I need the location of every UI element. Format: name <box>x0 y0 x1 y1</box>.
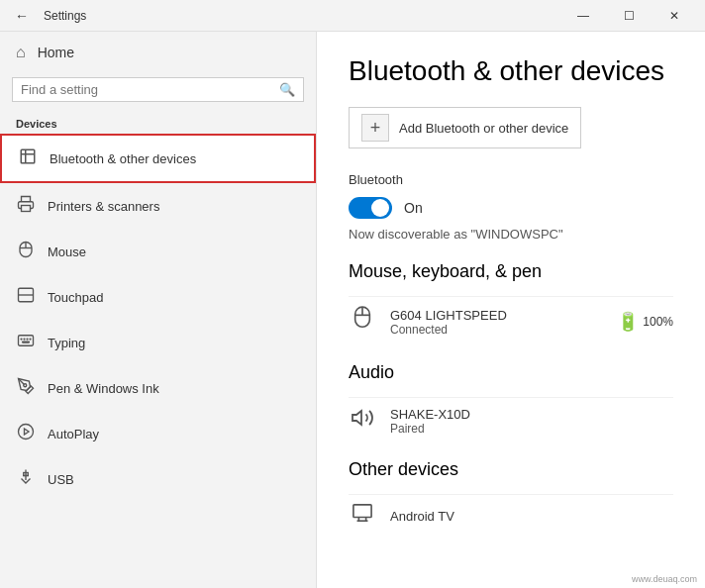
audio-device-name: SHAKE-X10D <box>390 407 673 422</box>
discoverable-text: Now discoverable as "WINDOWSPC" <box>349 227 673 242</box>
page-title: Bluetooth & other devices <box>349 55 673 87</box>
add-device-button[interactable]: + Add Bluetooth or other device <box>349 107 581 148</box>
sidebar-item-usb-label: USB <box>48 472 74 487</box>
bluetooth-toggle-row: On <box>349 197 673 219</box>
bluetooth-devices-icon <box>18 147 38 169</box>
audio-section-title: Audio <box>349 362 673 383</box>
sidebar: ⌂ Home 🔍 Devices Bluetooth & other devic… <box>0 32 317 588</box>
sidebar-item-pen[interactable]: Pen & Windows Ink <box>0 365 316 411</box>
sidebar-item-autoplay[interactable]: AutoPlay <box>0 411 316 456</box>
search-input[interactable] <box>21 82 273 97</box>
sidebar-item-printers-label: Printers & scanners <box>48 199 159 214</box>
printers-icon <box>16 195 36 217</box>
tv-device-info: Android TV <box>390 509 673 524</box>
sidebar-item-pen-label: Pen & Windows Ink <box>48 381 159 396</box>
window-controls: — ☐ ✕ <box>560 0 697 32</box>
mouse-device-name: G604 LIGHTSPEED <box>390 308 603 323</box>
add-icon: + <box>361 114 389 142</box>
svg-point-15 <box>19 425 34 440</box>
sidebar-item-mouse[interactable]: Mouse <box>0 229 316 274</box>
audio-device-status: Paired <box>390 422 673 436</box>
svg-rect-21 <box>353 505 371 518</box>
mouse-device-status: Connected <box>390 323 603 337</box>
mouse-section-title: Mouse, keyboard, & pen <box>349 261 673 282</box>
device-row-mouse[interactable]: G604 LIGHTSPEED Connected 🔋 100% <box>349 296 673 346</box>
sidebar-item-mouse-label: Mouse <box>48 245 86 259</box>
sidebar-item-typing[interactable]: Typing <box>0 320 316 365</box>
home-icon: ⌂ <box>16 44 26 61</box>
tv-device-icon <box>349 503 376 529</box>
svg-marker-16 <box>25 429 30 435</box>
bluetooth-toggle-label: On <box>404 200 423 216</box>
battery-icon: 🔋 <box>617 311 639 333</box>
sidebar-item-touchpad[interactable]: Touchpad <box>0 274 316 320</box>
sidebar-item-usb[interactable]: USB <box>0 456 316 502</box>
title-bar: ← Settings — ☐ ✕ <box>0 0 705 32</box>
tv-device-name: Android TV <box>390 509 673 524</box>
watermark: www.deuaq.com <box>632 574 697 584</box>
sidebar-item-printers[interactable]: Printers & scanners <box>0 183 316 229</box>
typing-icon <box>16 332 36 353</box>
main-container: ⌂ Home 🔍 Devices Bluetooth & other devic… <box>0 32 705 588</box>
battery-percent: 100% <box>643 315 673 329</box>
sidebar-item-bluetooth[interactable]: Bluetooth & other devices <box>0 134 316 183</box>
add-device-label: Add Bluetooth or other device <box>399 121 568 136</box>
minimize-button[interactable]: — <box>560 0 606 32</box>
right-panel: Bluetooth & other devices + Add Bluetoot… <box>317 32 705 588</box>
sidebar-item-autoplay-label: AutoPlay <box>48 427 99 441</box>
svg-rect-3 <box>22 206 31 212</box>
mouse-device-icon <box>349 305 376 339</box>
sidebar-home[interactable]: ⌂ Home <box>0 32 316 73</box>
svg-point-14 <box>24 384 27 387</box>
back-button[interactable]: ← <box>8 2 36 30</box>
audio-device-info: SHAKE-X10D Paired <box>390 407 673 436</box>
sidebar-section-title: Devices <box>0 110 316 134</box>
maximize-button[interactable]: ☐ <box>606 0 652 32</box>
bluetooth-section-label: Bluetooth <box>349 172 673 187</box>
speaker-device-icon <box>349 406 376 436</box>
autoplay-icon <box>16 423 36 444</box>
mouse-device-battery: 🔋 100% <box>617 311 673 333</box>
search-box[interactable]: 🔍 <box>12 77 304 102</box>
sidebar-item-bluetooth-label: Bluetooth & other devices <box>50 151 196 166</box>
bluetooth-toggle[interactable] <box>349 197 392 219</box>
svg-rect-0 <box>21 149 35 163</box>
device-row-audio[interactable]: SHAKE-X10D Paired <box>349 397 673 443</box>
svg-marker-20 <box>352 411 361 425</box>
device-row-tv[interactable]: Android TV <box>349 494 673 537</box>
other-section-title: Other devices <box>349 459 673 480</box>
mouse-nav-icon <box>16 241 36 262</box>
close-button[interactable]: ✕ <box>652 0 697 32</box>
sidebar-home-label: Home <box>38 45 74 60</box>
pen-icon <box>16 377 36 399</box>
touchpad-icon <box>16 286 36 308</box>
sidebar-item-typing-label: Typing <box>48 336 85 350</box>
sidebar-item-touchpad-label: Touchpad <box>48 290 103 305</box>
mouse-device-info: G604 LIGHTSPEED Connected <box>390 308 603 337</box>
svg-rect-8 <box>19 336 34 346</box>
title-bar-title: Settings <box>44 9 560 23</box>
usb-icon <box>16 468 36 490</box>
search-icon: 🔍 <box>279 82 295 97</box>
